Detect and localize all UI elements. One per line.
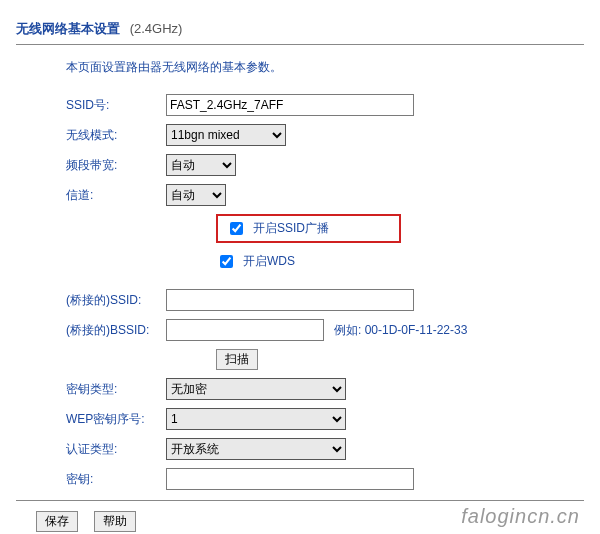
key-type-label: 密钥类型: <box>66 381 166 398</box>
key-type-select[interactable]: 无加密 <box>166 378 346 400</box>
enable-wds-checkbox[interactable] <box>220 255 233 268</box>
enable-ssid-label: 开启SSID广播 <box>253 220 329 237</box>
auth-type-label: 认证类型: <box>66 441 166 458</box>
bssid-hint: 例如: 00-1D-0F-11-22-33 <box>334 322 467 339</box>
help-button[interactable]: 帮助 <box>94 511 136 532</box>
wep-index-select[interactable]: 1 <box>166 408 346 430</box>
ssid-broadcast-highlight: 开启SSID广播 <box>216 214 401 243</box>
key-label: 密钥: <box>66 471 166 488</box>
wep-index-label: WEP密钥序号: <box>66 411 166 428</box>
bridge-ssid-label: (桥接的)SSID: <box>66 292 166 309</box>
enable-wds-label: 开启WDS <box>243 253 295 270</box>
bandwidth-select[interactable]: 自动 <box>166 154 236 176</box>
ssid-label: SSID号: <box>66 97 166 114</box>
band-label: (2.4GHz) <box>130 21 183 36</box>
channel-label: 信道: <box>66 187 166 204</box>
mode-select[interactable]: 11bgn mixed <box>166 124 286 146</box>
bridge-ssid-input[interactable] <box>166 289 414 311</box>
wireless-settings-panel: 无线网络基本设置 (2.4GHz) 本页面设置路由器无线网络的基本参数。 SSI… <box>0 0 600 534</box>
channel-select[interactable]: 自动 <box>166 184 226 206</box>
intro-text: 本页面设置路由器无线网络的基本参数。 <box>66 59 584 76</box>
key-input[interactable] <box>166 468 414 490</box>
panel-header: 无线网络基本设置 (2.4GHz) <box>16 20 584 45</box>
ssid-input[interactable] <box>166 94 414 116</box>
bandwidth-label: 频段带宽: <box>66 157 166 174</box>
bridge-bssid-input[interactable] <box>166 319 324 341</box>
auth-type-select[interactable]: 开放系统 <box>166 438 346 460</box>
enable-ssid-checkbox[interactable] <box>230 222 243 235</box>
watermark: falogincn.cn <box>461 505 580 528</box>
bridge-bssid-label: (桥接的)BSSID: <box>66 322 166 339</box>
save-button[interactable]: 保存 <box>36 511 78 532</box>
settings-form: SSID号: 无线模式: 11bgn mixed 频段带宽: 自动 信道: <box>66 94 584 490</box>
scan-button[interactable]: 扫描 <box>216 349 258 370</box>
page-title: 无线网络基本设置 <box>16 21 120 36</box>
mode-label: 无线模式: <box>66 127 166 144</box>
